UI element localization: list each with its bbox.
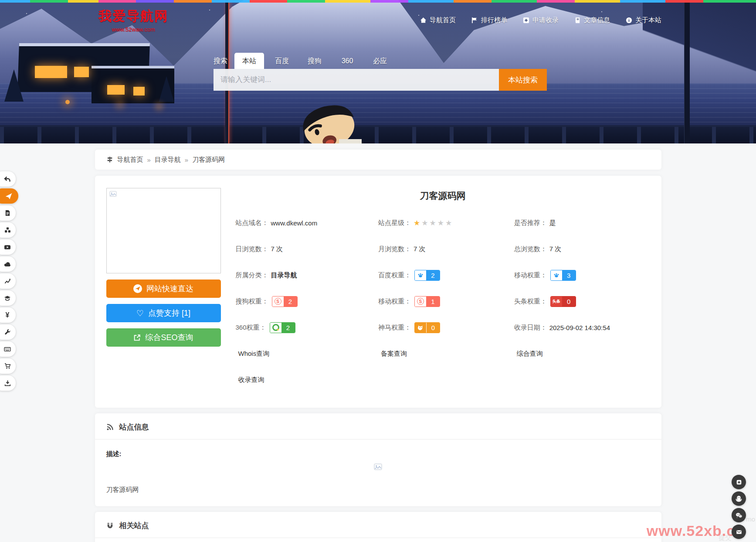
plus-square-icon <box>523 17 529 24</box>
whois-query-link[interactable]: Whois查询 <box>238 350 270 358</box>
quick-visit-button[interactable] <box>0 188 18 204</box>
stats-button[interactable] <box>0 273 16 289</box>
wechat-contact-button[interactable] <box>732 508 746 522</box>
field-baidu-mobile-weight: 移动权重： 3 <box>514 262 650 288</box>
search-tab-bing[interactable]: 必应 <box>365 53 395 69</box>
education-button[interactable] <box>0 290 16 306</box>
360-weight-badge: 2 <box>270 322 295 333</box>
qq-contact-button[interactable] <box>732 491 746 506</box>
star-rating: ★★★★★ <box>414 219 453 227</box>
link-comprehensive-query: 综合查询 <box>514 341 650 367</box>
baidu-mobile-weight-badge: 3 <box>550 270 576 281</box>
field-label: 360权重： <box>236 324 266 332</box>
hero-window-light <box>35 66 67 78</box>
field-360-weight: 360权重： 2 <box>236 314 378 341</box>
link-index-query: 收录查询 <box>236 367 378 393</box>
nav-item-submit-site[interactable]: 申请收录 <box>523 16 559 24</box>
watermark: www.52xb.cn <box>647 522 745 539</box>
nav-item-articles[interactable]: 文章信息 <box>574 16 610 24</box>
field-label: 移动权重： <box>514 271 547 280</box>
breadcrumb-separator: » <box>147 156 151 164</box>
download-button[interactable] <box>0 375 16 391</box>
star-icon: ★ <box>414 219 421 227</box>
field-value: www.dkewl.com <box>271 219 318 227</box>
logo-title: 我爱导航网 <box>98 7 168 25</box>
field-toutiao-weight: 头条权重： 头条 0 <box>514 288 650 314</box>
field-daily-views: 日浏览数： 7 次 <box>236 236 378 262</box>
comprehensive-query-link[interactable]: 综合查询 <box>517 350 543 358</box>
site-logo[interactable]: 我爱导航网 www.52waw.com <box>98 7 168 33</box>
seo-query-button[interactable]: 综合SEO查询 <box>106 328 221 347</box>
nav-item-rankings[interactable]: 排行榜单 <box>471 16 507 24</box>
field-label: 移动权重： <box>378 297 411 306</box>
paper-plane-icon <box>5 193 12 200</box>
nav-item-home[interactable]: 导航首页 <box>420 16 456 24</box>
tools-button[interactable] <box>0 324 16 340</box>
hero-lamp-glow <box>65 100 70 104</box>
description-image <box>106 464 650 473</box>
search-input[interactable] <box>214 69 499 91</box>
cloud-button[interactable] <box>0 256 16 272</box>
field-shenma-weight: 神马权重： 0 <box>378 314 514 341</box>
field-star-rating: 站点星级： ★★★★★ <box>378 210 514 236</box>
field-label: 日浏览数： <box>236 245 268 253</box>
articles-button[interactable] <box>0 205 16 221</box>
field-total-views: 总浏览数： 7 次 <box>514 236 650 262</box>
back-button[interactable] <box>0 171 16 187</box>
search-button[interactable]: 本站搜索 <box>499 69 547 91</box>
home-icon <box>420 17 427 24</box>
section-header: 站点信息 <box>106 422 650 432</box>
field-value: 2025-09-02 14:30:54 <box>549 324 610 331</box>
wrench-icon <box>4 329 11 335</box>
download-icon <box>4 380 11 386</box>
icp-query-link[interactable]: 备案查询 <box>381 350 407 358</box>
finance-button[interactable]: ¥ <box>0 307 16 323</box>
sogou-icon: S <box>275 298 281 305</box>
toutiao-icon: 头条 <box>551 297 562 307</box>
link-whois-query: Whois查询 <box>236 341 378 367</box>
main-content: 导航首页 » 目录导航 » 刀客源码网 网站快速直达 ♡ 点赞支持 [1] 综合… <box>95 150 661 542</box>
like-button[interactable]: ♡ 点赞支持 [1] <box>106 304 221 322</box>
modules-button[interactable] <box>0 222 16 238</box>
search-tab-baidu[interactable]: 百度 <box>267 53 297 69</box>
cart-icon <box>4 363 11 369</box>
email-contact-button[interactable] <box>732 525 746 539</box>
typing-button[interactable] <box>0 341 16 357</box>
breadcrumb-separator: » <box>185 156 188 164</box>
shop-button[interactable] <box>0 358 16 374</box>
baidu-weight-badge: 2 <box>414 270 440 281</box>
field-include-date: 收录日期： 2025-09-02 14:30:54 <box>514 314 650 341</box>
site-detail-left: 网站快速直达 ♡ 点赞支持 [1] 综合SEO查询 <box>106 188 221 393</box>
breadcrumb-home[interactable]: 导航首页 <box>117 156 143 164</box>
nav-item-about[interactable]: 关于本站 <box>626 16 661 24</box>
chart-line-icon <box>4 278 11 284</box>
search-tab-this-site[interactable]: 本站 <box>234 53 264 69</box>
hero-window-light <box>107 85 125 95</box>
index-query-link[interactable]: 收录查询 <box>238 376 264 384</box>
search-tab-sogou[interactable]: 搜狗 <box>300 53 329 69</box>
visit-site-button[interactable]: 网站快速直达 <box>106 280 221 298</box>
breadcrumb: 导航首页 » 目录导航 » 刀客源码网 <box>95 150 661 170</box>
site-screenshot[interactable] <box>106 188 221 273</box>
site-info-section: 站点信息 描述: 刀客源码网 <box>95 413 661 506</box>
sogou-icon: S <box>417 298 424 305</box>
description-label: 描述: <box>106 450 650 458</box>
add-site-button[interactable] <box>732 475 746 489</box>
section-title: 站点信息 <box>119 422 149 432</box>
hero-window-light <box>74 67 89 77</box>
nav-label: 关于本站 <box>635 16 661 24</box>
field-label: 站点星级： <box>378 219 411 227</box>
description-text: 刀客源码网 <box>106 486 650 494</box>
search-tab-360[interactable]: 360 <box>332 53 362 69</box>
hero-tree <box>159 76 174 102</box>
category-link[interactable]: 目录导航 <box>271 271 297 280</box>
section-title: 相关站点 <box>119 521 149 531</box>
top-bar: 我爱导航网 www.52waw.com 导航首页 排行榜单 申请收录 文章信息 <box>0 0 756 40</box>
video-button[interactable] <box>0 239 16 255</box>
main-nav: 导航首页 排行榜单 申请收录 文章信息 关于本站 <box>404 16 661 24</box>
breadcrumb-category[interactable]: 目录导航 <box>155 156 181 164</box>
shenma-weight-badge: 0 <box>414 322 440 333</box>
button-label: 网站快速直达 <box>146 283 193 294</box>
star-icon: ★ <box>429 219 437 227</box>
field-label: 收录日期： <box>514 324 547 332</box>
